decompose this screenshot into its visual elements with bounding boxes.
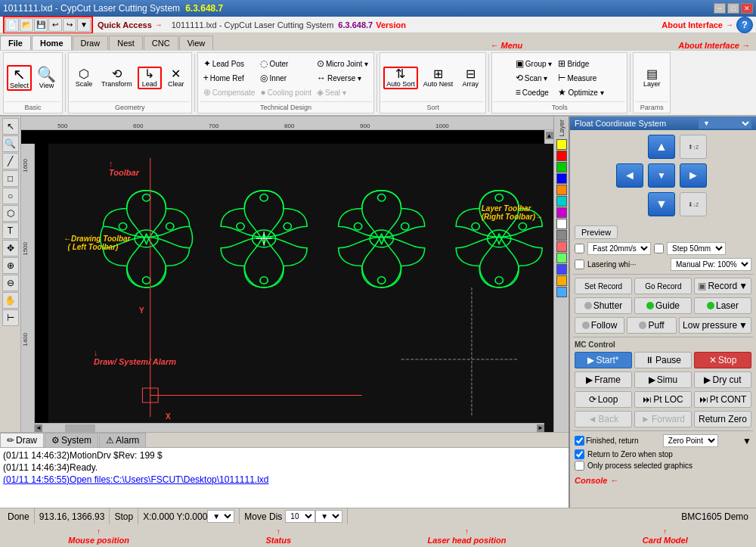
scroll-left[interactable]: ◄ xyxy=(35,424,42,432)
tab-cnc[interactable]: CNC xyxy=(144,36,178,50)
maximize-button[interactable]: □ xyxy=(727,3,739,14)
qa-undo-button[interactable]: ↩ xyxy=(48,18,62,32)
dir-up-button[interactable]: ▲ xyxy=(648,135,675,159)
record-button[interactable]: ▣ Record ▼ xyxy=(694,278,751,294)
return-to-zero-checkbox[interactable] xyxy=(575,449,584,459)
pt-cont-button[interactable]: ⏭ Pt CONT xyxy=(694,391,751,408)
lead-button[interactable]: ↳ Lead xyxy=(138,67,162,89)
set-record-button[interactable]: Set Record xyxy=(575,278,632,294)
return-zero-button[interactable]: Return Zero xyxy=(694,411,751,427)
dir-special-2[interactable]: ⬇↓Z xyxy=(680,192,707,216)
measure-button[interactable]: ⊢ Measure xyxy=(556,71,606,85)
view-button[interactable]: 🔍 View xyxy=(34,64,59,92)
tab-alarm[interactable]: ⚠ Alarm xyxy=(99,433,146,447)
move-dis-unit[interactable]: ▼ xyxy=(315,510,342,523)
cooling-button[interactable]: ● Cooling point xyxy=(258,85,314,99)
scroll-right[interactable]: ► xyxy=(537,424,544,432)
layer-color-7[interactable] xyxy=(556,219,567,229)
zero-point-select[interactable]: Zero Point xyxy=(663,434,718,447)
lt-line[interactable]: ╱ xyxy=(2,153,19,169)
layer-color-4[interactable] xyxy=(556,185,567,195)
puff-button[interactable]: Puff xyxy=(627,317,677,334)
qa-open-button[interactable]: 📂 xyxy=(20,18,33,32)
seal-button[interactable]: ◈ Seal ▾ xyxy=(314,85,370,99)
tab-system[interactable]: ⚙ System xyxy=(45,433,98,447)
lt-text[interactable]: T xyxy=(2,222,19,239)
layer-color-0[interactable] xyxy=(556,139,567,150)
frame-button[interactable]: ▶ Frame xyxy=(575,371,632,388)
lt-circle[interactable]: ○ xyxy=(2,188,19,204)
group-button[interactable]: ▣ Group ▾ xyxy=(513,57,555,70)
fast-checkbox[interactable] xyxy=(575,244,584,253)
lt-rect[interactable]: □ xyxy=(2,170,19,187)
coedge-button[interactable]: ≡ Coedge xyxy=(513,85,555,99)
laser-pos-dropdown[interactable]: ▼ xyxy=(207,510,234,523)
go-record-button[interactable]: Go Record xyxy=(634,278,692,294)
fast-select[interactable]: Fast 20mm/s xyxy=(587,242,651,255)
tab-draw[interactable]: ✏ Draw xyxy=(0,433,44,447)
start-button[interactable]: ▶ Start* xyxy=(575,352,632,368)
dir-left-button[interactable]: ◄ xyxy=(616,163,643,188)
qa-more-button[interactable]: ▼ xyxy=(77,18,91,32)
scroll-up[interactable]: ▲ xyxy=(546,132,553,139)
lt-view[interactable]: 🔍 xyxy=(2,135,19,152)
tab-nest[interactable]: Nest xyxy=(109,36,143,50)
layer-color-2[interactable] xyxy=(556,162,567,172)
step-checkbox[interactable] xyxy=(654,244,664,253)
layer-color-5[interactable] xyxy=(556,196,567,207)
layer-color-1[interactable] xyxy=(556,151,567,161)
lead-pos-button[interactable]: ✦ Lead Pos xyxy=(201,57,258,70)
lt-measure[interactable]: ⊢ xyxy=(2,309,19,326)
qa-redo-button[interactable]: ↪ xyxy=(63,18,76,32)
fcs-dropdown[interactable]: ▼ xyxy=(699,118,751,129)
layer-color-3[interactable] xyxy=(556,173,567,184)
step-select[interactable]: Step 50mm xyxy=(667,242,726,255)
close-button[interactable]: ✕ xyxy=(741,3,753,14)
reverse-button[interactable]: ↔ Reverse ▾ xyxy=(314,71,370,85)
scrollbar-horizontal[interactable]: ◄ ► xyxy=(35,423,544,432)
console-line-3[interactable]: (01/11 14:56:55)Open files:C:\Users\FSCU… xyxy=(3,474,565,486)
bridge-button[interactable]: ⊞ Bridge xyxy=(556,57,606,70)
auto-sort-button[interactable]: ⇅ Auto Sort xyxy=(383,67,418,89)
qa-new-button[interactable]: 📄 xyxy=(5,18,19,32)
layer-header-text[interactable]: Layer xyxy=(558,118,565,138)
simu-button[interactable]: ▶ Simu xyxy=(634,371,692,388)
lasering-checkbox[interactable] xyxy=(575,260,584,269)
lt-move[interactable]: ✥ xyxy=(2,240,19,256)
status-stop[interactable]: Stop xyxy=(110,508,138,524)
guide-button[interactable]: Guide xyxy=(634,297,692,314)
layer-color-11[interactable] xyxy=(556,264,567,275)
pt-loc-button[interactable]: ⏭ Pt LOC xyxy=(634,391,692,408)
lt-zoom-out[interactable]: ⊖ xyxy=(2,275,19,291)
layer-color-13[interactable] xyxy=(556,287,567,297)
array-button[interactable]: ⊟ Array xyxy=(458,66,482,90)
laser-button[interactable]: Laser xyxy=(694,297,751,314)
tab-file[interactable]: File xyxy=(0,36,31,50)
layer-color-12[interactable] xyxy=(556,275,567,286)
pause-button[interactable]: ⏸ Pause xyxy=(634,352,692,368)
stop-button[interactable]: ✕ Stop xyxy=(694,352,751,368)
transform-button[interactable]: ⟲ Transform xyxy=(98,66,135,90)
home-ref-button[interactable]: + Home Ref xyxy=(201,71,258,85)
finished-checkbox[interactable] xyxy=(575,436,584,446)
lt-select[interactable]: ↖ xyxy=(2,118,19,135)
lt-pan[interactable]: ✋ xyxy=(2,292,19,309)
lt-zoom-in[interactable]: ⊕ xyxy=(2,257,19,274)
tab-home[interactable]: Home xyxy=(32,36,72,50)
move-dis-select[interactable]: 10 xyxy=(285,510,315,523)
dir-special-1[interactable]: ⬆↑Z xyxy=(680,135,707,159)
forward-button[interactable]: ► Forward xyxy=(634,411,692,427)
layer-color-10[interactable] xyxy=(556,253,567,263)
scan-button[interactable]: ⟲ Scan ▾ xyxy=(513,71,555,85)
outer-button[interactable]: ◌ Outer xyxy=(258,57,314,70)
layer-button[interactable]: ▤ Layer xyxy=(640,66,664,90)
inner-button[interactable]: ◎ Inner xyxy=(258,71,314,85)
qa-save-button[interactable]: 💾 xyxy=(34,18,48,32)
only-process-checkbox[interactable] xyxy=(575,461,584,471)
compensate-button[interactable]: ⊕ Compensate xyxy=(201,85,258,99)
layer-color-6[interactable] xyxy=(556,207,567,218)
manual-pw-select[interactable]: Manual Pw: 100% xyxy=(671,258,751,271)
about-button[interactable]: ? xyxy=(736,17,753,33)
scroll-h-thumb[interactable] xyxy=(65,424,95,432)
dir-center-button[interactable]: ▼ xyxy=(648,163,675,188)
